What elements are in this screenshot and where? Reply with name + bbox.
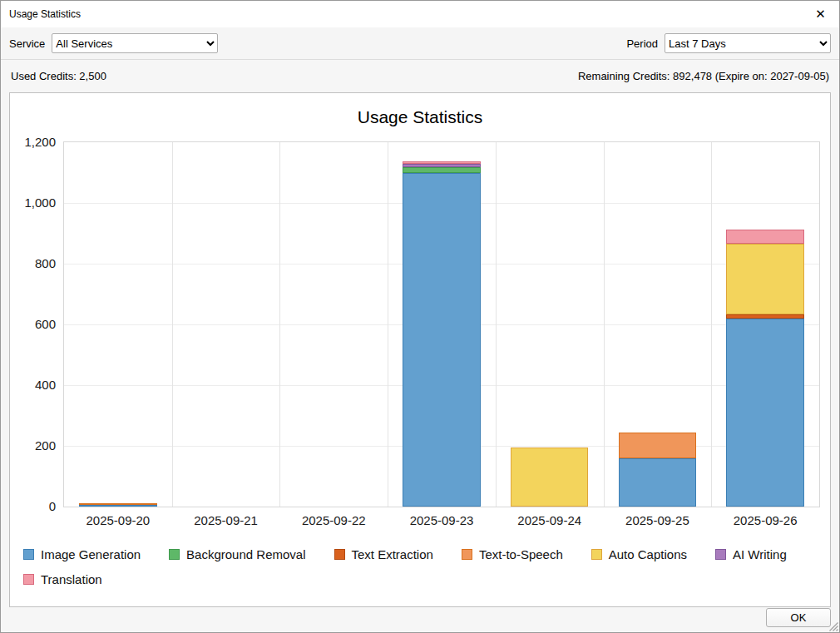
service-select[interactable]: All Services [52, 33, 218, 53]
x-gridline [172, 142, 173, 507]
filter-toolbar: Service All Services Period Last 7 Days [1, 27, 839, 60]
x-axis-tick-label: 2025-09-25 [625, 513, 689, 527]
chart-legend: Image GenerationBackground RemovalText E… [23, 547, 820, 586]
title-bar: Usage Statistics ✕ [1, 1, 839, 27]
x-axis-tick-label: 2025-09-21 [194, 513, 258, 527]
bar-segment [403, 161, 480, 164]
close-icon: ✕ [815, 7, 826, 22]
plot-area: 02004006008001,0001,2002025-09-202025-09… [63, 141, 820, 507]
service-label: Service [9, 37, 45, 50]
legend-item: Text-to-Speech [462, 547, 563, 561]
legend-swatch [169, 549, 180, 560]
x-gridline [388, 142, 388, 507]
legend-swatch [23, 574, 34, 585]
legend-swatch [715, 549, 726, 560]
bar-segment [619, 433, 696, 458]
legend-item: AI Writing [715, 547, 787, 561]
bar-segment [511, 448, 588, 507]
legend-label: Image Generation [41, 547, 141, 561]
bar-segment [726, 230, 803, 243]
bar-segment [79, 503, 156, 505]
legend-item: Text Extraction [334, 547, 433, 561]
legend-item: Translation [23, 572, 102, 586]
chart-panel: Usage Statistics 02004006008001,0001,200… [9, 92, 831, 607]
y-axis-tick-label: 400 [0, 378, 56, 392]
usage-statistics-dialog: { "window": { "title": "Usage Statistics… [0, 0, 840, 633]
bar-segment [726, 319, 803, 507]
remaining-credits-text: Remaining Credits: 892,478 (Expire on: 2… [578, 70, 829, 82]
legend-label: Text Extraction [352, 547, 433, 561]
dialog-footer: OK [1, 606, 839, 632]
y-axis-tick-label: 0 [0, 499, 56, 513]
x-gridline [604, 142, 605, 507]
legend-label: Text-to-Speech [479, 547, 563, 561]
period-label: Period [626, 37, 658, 50]
legend-label: AI Writing [733, 547, 787, 561]
period-select[interactable]: Last 7 Days [665, 33, 831, 53]
y-axis-tick-label: 600 [0, 317, 56, 331]
legend-item: Background Removal [169, 547, 305, 561]
bar-segment [403, 173, 480, 507]
bar-segment [79, 505, 156, 507]
x-axis-tick-label: 2025-09-20 [86, 513, 150, 527]
legend-label: Background Removal [186, 547, 305, 561]
ok-button[interactable]: OK [766, 608, 831, 627]
legend-label: Translation [41, 572, 102, 586]
y-axis-tick-label: 1,200 [0, 135, 56, 149]
resize-grip-icon[interactable] [828, 621, 838, 631]
legend-swatch [591, 549, 602, 560]
chart-title: Usage Statistics [10, 107, 830, 127]
x-gridline [711, 142, 712, 507]
y-axis-tick-label: 1,000 [0, 195, 56, 210]
bar-segment [403, 164, 480, 167]
x-axis-tick-label: 2025-09-26 [734, 513, 798, 527]
bar-segment [726, 314, 803, 318]
legend-swatch [23, 549, 34, 560]
legend-label: Auto Captions [609, 547, 687, 561]
x-gridline [496, 142, 497, 507]
legend-item: Image Generation [23, 547, 141, 561]
y-axis-tick-label: 200 [0, 438, 56, 452]
x-axis-tick-label: 2025-09-23 [410, 513, 474, 527]
credits-row: Used Credits: 2,500 Remaining Credits: 8… [1, 60, 839, 91]
bar-segment [403, 167, 480, 173]
x-gridline [279, 142, 280, 507]
close-button[interactable]: ✕ [802, 1, 839, 27]
window-title: Usage Statistics [9, 8, 81, 20]
used-credits-text: Used Credits: 2,500 [11, 70, 106, 82]
y-axis-tick-label: 800 [0, 256, 56, 270]
legend-swatch [334, 549, 345, 560]
legend-swatch [462, 549, 472, 560]
bar-segment [726, 244, 803, 315]
bar-segment [619, 458, 696, 507]
x-axis-tick-label: 2025-09-24 [517, 513, 581, 527]
x-axis-tick-label: 2025-09-22 [302, 513, 366, 527]
legend-item: Auto Captions [591, 547, 687, 561]
